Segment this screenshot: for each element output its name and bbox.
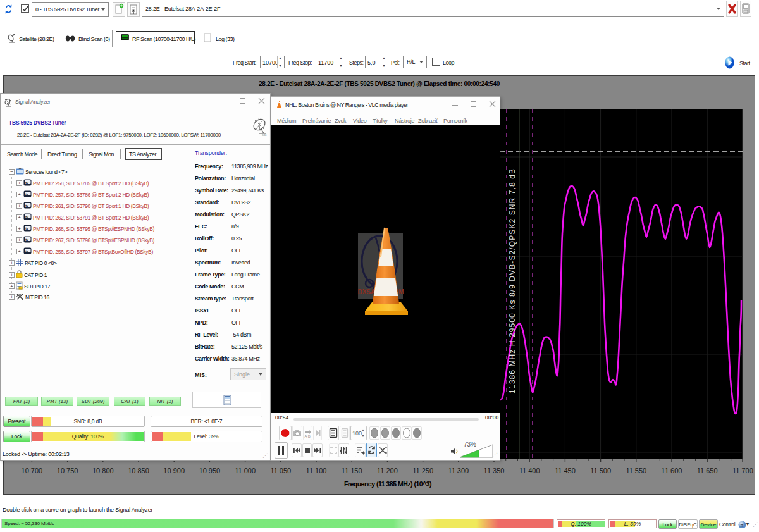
svg-text:#: # <box>741 523 744 528</box>
svg-text:A B: A B <box>305 435 311 438</box>
svg-text:11386 MHz H 29500 Ks 8/9 DVB-S: 11386 MHz H 29500 Ks 8/9 DVB-S2/QPSK2 SN… <box>508 168 517 393</box>
svg-text:sat: sat <box>262 133 267 137</box>
